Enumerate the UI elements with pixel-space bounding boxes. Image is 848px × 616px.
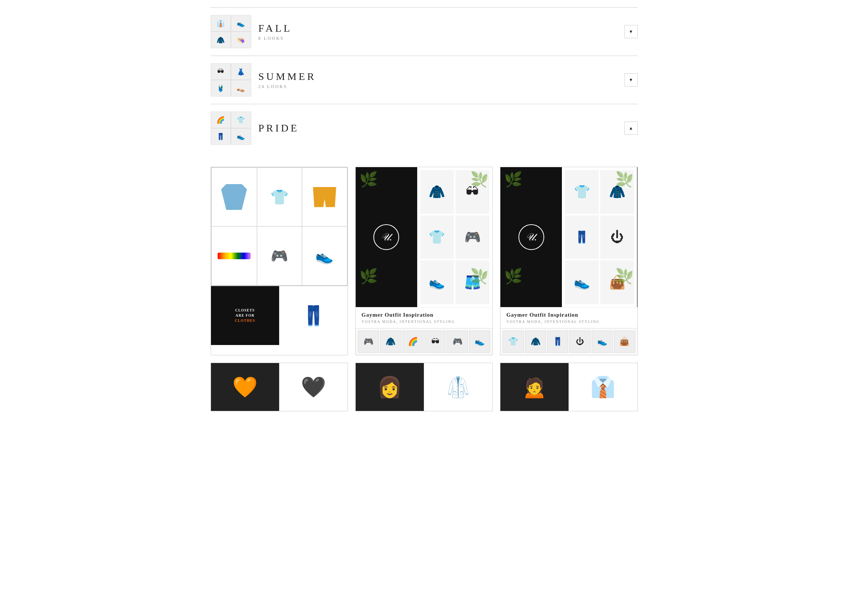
blue-denim-shirt-item [221, 184, 247, 210]
summer-thumb-3: 🩱 [211, 80, 230, 96]
gaymer-card-1-items: 🧥 🕶 👕 🎮 👟 🩳 [417, 167, 492, 307]
thumb-1-2[interactable]: 🧥 [380, 331, 401, 353]
vostra-moda-logo-1: 𝒰. [374, 224, 399, 250]
pride-thumb-1: 🌈 [211, 112, 230, 128]
gaymer-2-item-blazer: 🧥 [600, 170, 634, 214]
fall-info: FALL 8 LOOKS [258, 22, 624, 41]
gaymer-2-item-pants: 👖 [565, 215, 599, 259]
grid-cell-blue-shirt [211, 167, 257, 227]
pride-name: PRIDE [258, 122, 624, 134]
xbox-tee-item: 👕 [270, 188, 289, 206]
flat-product-grid: 👕 🎮 👟 [211, 167, 348, 355]
grid-cell-shoes: 👟 [302, 227, 347, 285]
rainbow-shoes-item: 👟 [315, 247, 334, 265]
closet-shirt-cell: CLOSETS ARE FOR CLOTHES [211, 286, 279, 345]
fall-thumb-3: 🧥 [211, 32, 230, 48]
flat-bottom-row: CLOSETS ARE FOR CLOTHES 👖 [211, 286, 348, 345]
summer-looks: 24 LOOKS [258, 84, 624, 89]
summer-thumb-1: 🕶 [211, 64, 230, 80]
white-pants-cell: 👖 [279, 286, 348, 345]
gaymer-card-2-items: 👕 🧥 👖 ⏻ 👟 👜 [562, 167, 637, 307]
gaymer-2-item-power: ⏻ [600, 215, 634, 259]
grid-cell-earrings: 🎮 [257, 227, 302, 285]
gaymer-2-item-sneakers: 👟 [565, 260, 599, 304]
thumb-2-2[interactable]: 🧥 [525, 331, 546, 353]
thumb-1-3[interactable]: 🌈 [402, 331, 424, 353]
pride-thumb-3: 👖 [211, 129, 230, 144]
gaymer-card-1-title: Gaymer Outfit Inspiration [362, 312, 486, 318]
pride-thumb-2: 👕 [231, 112, 251, 128]
summer-toggle[interactable]: ▼ [624, 73, 638, 86]
gaymer-card-2-subtitle: VOSTRA MODA, INTENTIONAL STYLING [506, 320, 631, 324]
shirt-light-icon: 👔 [590, 375, 616, 399]
gaymer-card-1-black-panel: 𝒰. [356, 167, 417, 307]
partial-1-black-figure: 🖤 [279, 363, 348, 411]
thumb-1-6[interactable]: 👟 [469, 331, 490, 353]
summer-season-row[interactable]: 🕶 👗 🩱 👡 SUMMER 24 LOOKS ▼ [211, 56, 638, 104]
gaymer-2-item-shirt: 👕 [565, 170, 599, 214]
gaymer-card-2-black-panel: 𝒰. [500, 167, 562, 307]
partial-2-jacket: 🥼 [424, 363, 492, 411]
gaymer-1-item-controller: 🎮 [455, 215, 489, 259]
gaymer-card-2: 🌿 🌿 🌿 🌿 𝒰. 👕 🧥 👖 ⏻ 👟 👜 [500, 167, 637, 355]
woman-dark-2-icon: 🙍 [522, 375, 547, 399]
black-jacket-icon: 🥼 [446, 375, 471, 399]
grid-cell-yellow-shorts [302, 167, 347, 227]
thumb-2-1[interactable]: 👕 [503, 331, 523, 353]
second-outfit-row: 🧡 🖤 👩 🥼 [211, 363, 638, 411]
pride-thumbnail: 🌈 👕 👖 👟 [211, 111, 251, 145]
partial-card-1: 🧡 🖤 [211, 363, 348, 411]
thumb-2-5[interactable]: 👟 [592, 331, 613, 353]
yellow-shorts-item [311, 187, 337, 207]
partial-card-3-inner: 🙍 👔 [500, 363, 637, 411]
summer-thumb-4: 👡 [231, 80, 251, 96]
closet-line1: CLOSETS [235, 308, 255, 313]
partial-2-woman: 👩 [356, 363, 424, 411]
black-figure-icon: 🖤 [301, 375, 326, 399]
fall-thumb-4: 👒 [231, 32, 251, 48]
gaymer-1-item-skirt: 🩳 [455, 260, 489, 304]
gaymer-card-2-info: Gaymer Outfit Inspiration VOSTRA MODA, I… [500, 307, 637, 328]
pride-thumb-4: 👟 [231, 129, 251, 144]
fall-looks: 8 LOOKS [258, 36, 624, 41]
summer-name: SUMMER [258, 71, 624, 83]
gaymer-card-1: 🌿 🌿 🌿 🌿 𝒰. 🧥 🕶 👕 🎮 👟 🩳 [355, 167, 493, 355]
gaymer-1-item-tshirt: 👕 [420, 215, 454, 259]
vostra-moda-logo-2: 𝒰. [519, 224, 544, 250]
pride-expanded-section: 👕 🎮 👟 [211, 152, 638, 419]
gaymer-card-1-info: Gaymer Outfit Inspiration VOSTRA MODA, I… [356, 307, 492, 328]
fall-thumb-1: 👔 [211, 15, 230, 31]
partial-card-1-inner: 🧡 🖤 [211, 363, 348, 411]
pride-season-row[interactable]: 🌈 👕 👖 👟 PRIDE ▲ [211, 104, 638, 152]
rainbow-belt-item [218, 253, 251, 259]
white-pants-item: 👖 [302, 305, 326, 327]
product-grid-inner: 👕 🎮 👟 [211, 167, 348, 286]
thumb-2-6[interactable]: 👜 [614, 331, 635, 353]
grid-cell-belt [211, 227, 257, 285]
thumb-2-4[interactable]: ⏻ [569, 331, 590, 353]
orange-figure-icon: 🧡 [232, 375, 258, 399]
closet-line3: CLOTHES [235, 318, 255, 323]
fall-thumbnail: 👔 👟 🧥 👒 [211, 15, 251, 48]
gaymer-1-item-sneakers: 👟 [420, 260, 454, 304]
woman-dark-icon: 👩 [377, 375, 402, 399]
gaymer-1-item-sunglasses: 🕶 [455, 170, 489, 214]
thumb-1-1[interactable]: 🎮 [358, 331, 379, 353]
partial-card-2-inner: 👩 🥼 [356, 363, 492, 411]
grid-cell-xbox-tee: 👕 [257, 167, 302, 227]
closet-line2: ARE FOR [235, 313, 254, 318]
fall-thumb-2: 👟 [231, 15, 251, 31]
gaymer-card-2-thumb-strip: 👕 🧥 👖 ⏻ 👟 👜 [500, 328, 637, 355]
partial-3-shirt: 👔 [569, 363, 637, 411]
thumb-1-5[interactable]: 🎮 [447, 331, 468, 353]
fall-toggle[interactable]: ▼ [624, 25, 638, 38]
pride-toggle[interactable]: ▲ [624, 121, 638, 135]
gaymer-card-2-title: Gaymer Outfit Inspiration [506, 312, 631, 318]
thumb-1-4[interactable]: 🕶 [424, 331, 446, 353]
fall-season-row[interactable]: 👔 👟 🧥 👒 FALL 8 LOOKS ▼ [211, 7, 638, 56]
summer-thumb-2: 👗 [231, 64, 251, 80]
gaymer-1-item-jacket: 🧥 [420, 170, 454, 214]
partial-1-orange-figure: 🧡 [211, 363, 279, 411]
thumb-2-3[interactable]: 👖 [547, 331, 568, 353]
gaymer-card-1-image: 🌿 🌿 🌿 🌿 𝒰. 🧥 🕶 👕 🎮 👟 🩳 [356, 167, 492, 307]
